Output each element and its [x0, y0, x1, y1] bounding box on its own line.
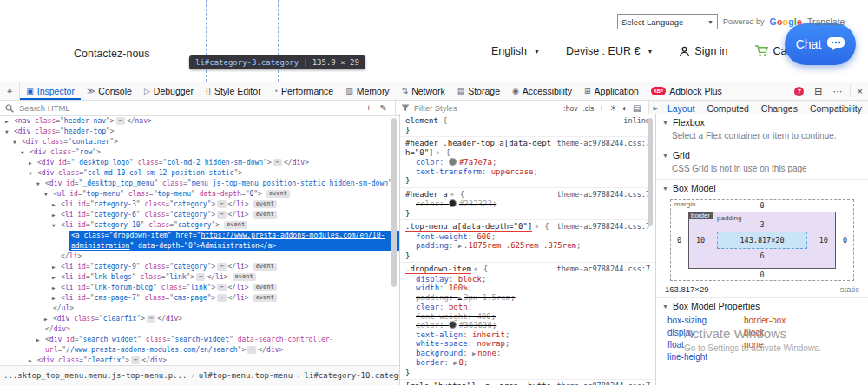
expand-arrow[interactable]: ▶ — [29, 356, 37, 365]
chat-button[interactable]: Chat — [785, 23, 856, 65]
class-panel-button[interactable]: .cls — [580, 104, 596, 113]
padding-top-value[interactable]: 3 — [760, 220, 764, 229]
selector-highlighter-icon[interactable]: ⌖ — [450, 191, 455, 199]
markup-row[interactable]: </li> — [0, 251, 399, 262]
css-declaration[interactable]: border: ▶0; — [405, 358, 650, 369]
markup-row[interactable]: ▶<li id="category-9" class="category">⋯<… — [0, 262, 399, 272]
markup-row[interactable]: ▼<ul id="top-menu" class="top-menu" data… — [0, 189, 399, 199]
event-badge[interactable]: event — [253, 284, 277, 291]
rule-selector[interactable]: element { — [405, 116, 448, 126]
collapsed-children-badge[interactable]: ⋯ — [247, 346, 256, 354]
event-badge[interactable]: event — [253, 211, 277, 219]
expand-arrow[interactable]: ▶ — [52, 199, 61, 210]
expand-arrow[interactable]: ▶ — [36, 335, 45, 345]
padding-bottom-value[interactable]: 6 — [760, 251, 764, 260]
event-badge[interactable]: event — [266, 190, 290, 198]
collapsed-children-badge[interactable]: ⋯ — [116, 117, 125, 125]
devtools-menu-icon[interactable]: ⋯ — [828, 82, 848, 100]
language-dropdown[interactable]: English ▼ — [491, 45, 540, 57]
markup-row[interactable]: ▶<li id="lnk-blogs" class="link">⋯</li>e… — [0, 272, 399, 283]
markup-row[interactable]: ▶<div id="search_widget" class="search-w… — [0, 335, 399, 345]
stylesheet-link[interactable]: theme-ac9788244.css:7 — [557, 139, 650, 158]
shorthand-expander-icon[interactable]: ▶ — [472, 350, 476, 357]
pseudo-class-button[interactable]: :hov — [561, 104, 580, 113]
sidebar-collapse-icon[interactable]: ▶ — [649, 105, 661, 112]
shorthand-expander-icon[interactable]: ▶ — [458, 295, 462, 302]
sidebar-tab-layout[interactable]: Layout — [661, 101, 701, 115]
sidebar-tab-compatibility[interactable]: Compatibility — [804, 101, 868, 115]
css-declaration[interactable]: display: block; — [405, 275, 650, 284]
collapsed-children-badge[interactable]: ⋯ — [217, 200, 226, 208]
selector-highlighter-icon[interactable]: ⌖ — [535, 223, 539, 231]
add-node-icon[interactable]: + — [364, 103, 374, 113]
tab-accessibility[interactable]: ◉Accessibility — [506, 82, 578, 100]
eyedropper-icon[interactable]: ✎ — [378, 103, 390, 113]
expand-arrow[interactable]: ▶ — [52, 262, 61, 272]
css-declaration[interactable]: font-weight: 600; — [405, 232, 650, 242]
tab-storage[interactable]: ▤Storage — [451, 82, 506, 100]
markup-row[interactable]: ▶<nav class="header-nav">⋯</nav> — [0, 116, 399, 127]
markup-row[interactable]: </div> — [0, 324, 399, 335]
event-badge[interactable]: event — [253, 263, 277, 271]
split-console-icon[interactable]: ⊟ — [809, 82, 827, 100]
box-model-properties-header[interactable]: ▼ Box Model Properties — [656, 297, 868, 314]
shorthand-expander-icon[interactable]: ▶ — [458, 243, 462, 250]
markup-row[interactable]: ▼<div class="col-md-10 col-sm-12 positio… — [0, 168, 399, 179]
css-declaration[interactable]: color: #232323; — [405, 199, 650, 209]
collapsed-children-badge[interactable]: ⋯ — [217, 263, 226, 271]
css-declaration[interactable]: padding: ▶.1875rem .625rem .375rem; — [405, 241, 650, 251]
rule-selector[interactable]: #header a⌖ { — [405, 190, 464, 200]
expand-arrow[interactable]: ▶ — [52, 210, 61, 220]
markup-row[interactable]: administration" data-depth="0">Administr… — [69, 241, 399, 251]
markup-row[interactable]: ▶<div class="clearfix">⋯</div> — [0, 356, 399, 365]
expand-arrow[interactable]: ▶ — [52, 293, 61, 303]
expand-arrow[interactable]: ▼ — [5, 127, 14, 137]
currency-dropdown[interactable]: Devise : EUR € ▼ — [566, 45, 653, 57]
breadcrumb-item[interactable]: ...sktop_top_menu.menu.js-top-menu.p... — [0, 371, 190, 380]
markup-row[interactable]: ▼<div class="header-top"> — [0, 127, 399, 137]
add-rule-icon[interactable]: + — [596, 103, 607, 113]
pick-element-button[interactable]: ⌖ — [0, 82, 20, 100]
expand-arrow[interactable]: ▶ — [52, 272, 61, 283]
expand-arrow[interactable]: ▶ — [52, 283, 61, 293]
expand-arrow[interactable]: ▶ — [29, 158, 37, 168]
markup-row[interactable]: </ul> — [0, 303, 399, 314]
tab-style-editor[interactable]: {}Style Editor — [200, 82, 267, 100]
event-badge[interactable]: event — [253, 294, 277, 302]
event-badge[interactable]: event — [224, 221, 247, 229]
collapsed-children-badge[interactable]: ⋯ — [217, 211, 226, 219]
margin-left-value[interactable]: 0 — [677, 236, 681, 245]
css-declaration[interactable]: clear: both; — [405, 303, 650, 312]
margin-right-value[interactable]: 0 — [843, 236, 847, 245]
tab-debugger[interactable]: ▷Debugger — [138, 82, 200, 100]
stylesheet-link[interactable]: inline — [623, 116, 650, 126]
rule-selector[interactable]: [role="button"], a, area, button, input,… — [405, 382, 554, 385]
error-count-button[interactable]: 7 — [789, 82, 809, 100]
event-badge[interactable]: event — [253, 200, 277, 208]
color-swatch[interactable] — [449, 321, 457, 329]
sign-in-link[interactable]: Sign in — [679, 45, 727, 57]
box-model-section-header[interactable]: ▼ Box Model — [656, 179, 868, 196]
tab-adblock-plus[interactable]: ABPAdblock Plus — [645, 82, 728, 100]
grid-section-header[interactable]: ▼ Grid — [656, 147, 868, 163]
stylesheet-link[interactable]: theme-ac9788244.css:7 — [557, 264, 650, 275]
markup-scrollbar[interactable] — [391, 118, 397, 287]
stylesheet-link[interactable]: theme-ac9788244.css:7 — [557, 190, 650, 200]
markup-row[interactable]: ▶<li id="cms-page-7" class="cms-page">⋯<… — [0, 293, 399, 303]
collapsed-children-badge[interactable]: ⋯ — [131, 356, 140, 364]
rules-scrollbar[interactable] — [648, 118, 653, 226]
margin-top-value[interactable]: 0 — [760, 201, 764, 210]
markup-row[interactable]: ▼<li id="category-10" class="category">e… — [0, 220, 399, 231]
stylesheet-link[interactable]: theme-ac9788244.css:7 — [557, 382, 650, 385]
sidebar-tab-computed[interactable]: Computed — [700, 101, 754, 115]
css-declaration[interactable]: color: #363636; — [405, 321, 650, 330]
tab-inspector[interactable]: ▣Inspector — [20, 82, 81, 100]
color-swatch[interactable] — [449, 158, 457, 166]
collapsed-children-badge[interactable]: ⋯ — [273, 159, 282, 166]
collapsed-children-badge[interactable]: ⋯ — [147, 315, 155, 323]
flexbox-section-header[interactable]: ▼ Flexbox — [656, 114, 868, 130]
print-simulation-icon[interactable]: ▤ — [630, 103, 643, 113]
box-model-diagram[interactable]: margin 0 0 0 0 border padding 3 6 10 10 — [670, 199, 854, 281]
collapsed-children-badge[interactable]: ⋯ — [217, 294, 226, 302]
padding-right-value[interactable]: 10 — [819, 236, 828, 245]
